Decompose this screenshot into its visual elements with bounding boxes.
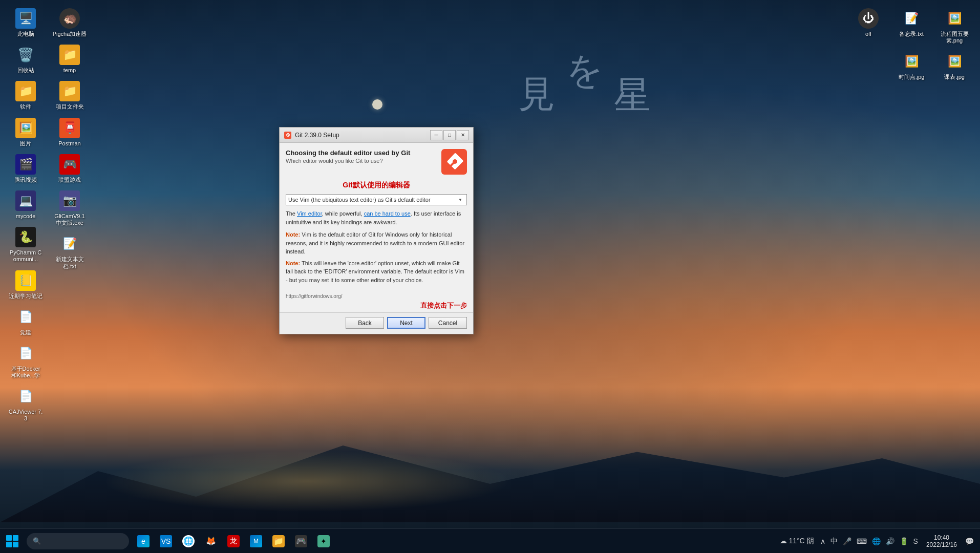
dialog-note-1: Note: Vim is the default editor of Git f… [286,230,467,256]
close-button[interactable]: ✕ [457,130,469,140]
taskbar-icon-edge2[interactable]: M [246,531,266,551]
taskbar-icon-edge[interactable]: e [133,531,154,551]
chevron-up-icon[interactable]: ∧ [818,536,827,546]
dialog-title-text: Git 2.39.0 Setup [295,132,430,139]
svg-rect-1 [441,149,467,175]
git-setup-dialog: Git 2.39.0 Setup ─ □ ✕ Choosing the defa… [279,127,474,334]
app-icon-red[interactable]: S [911,536,920,546]
dialog-overlay: Git 2.39.0 Setup ─ □ ✕ Choosing the defa… [0,0,980,553]
system-tray-icons: ∧ 中 🎤 ⌨ 🌐 🔊 🔋 S [818,536,920,547]
temperature-text: 11°C 阴 [789,537,814,545]
dialog-header-text: Choosing the default editor used by Git … [286,149,441,164]
clock-time: 10:40 [926,534,957,541]
vim-editor-link[interactable]: Vim editor [297,210,322,217]
cancel-button[interactable]: Cancel [429,317,467,329]
dialog-description: The Vim editor, while powerful, can be h… [286,209,467,226]
clock-date: 2022/12/16 [926,541,957,548]
taskbar-icon-vscode[interactable]: VS [156,531,176,551]
taskbar: 🔍 e VS 🌐 🦊 龙 M 📁 [0,528,980,553]
dialog-header-subtitle: Which editor would you like Git to use? [286,158,441,164]
note1-text: Vim is the default editor of Git for Win… [286,231,464,254]
taskbar-icon-game[interactable]: 🎮 [291,531,311,551]
maximize-button[interactable]: □ [443,130,456,140]
titlebar-buttons: ─ □ ✕ [430,130,469,140]
mic-icon[interactable]: 🎤 [841,536,854,546]
start-button[interactable] [0,529,25,554]
volume-icon[interactable]: 🔊 [884,536,897,546]
dropdown-arrow-icon: ▼ [456,195,464,205]
note1-label: Note: [286,231,300,238]
battery-icon[interactable]: 🔋 [898,536,910,546]
weather-text: ☁ [780,537,789,545]
minimize-button[interactable]: ─ [430,130,442,140]
desc-text-1: The [286,210,297,217]
svg-rect-0 [284,132,291,139]
weather-display: ☁ 11°C 阴 [778,536,816,547]
dialog-note-2: Note: This will leave the 'core.editor' … [286,259,467,285]
dialog-titlebar[interactable]: Git 2.39.0 Setup ─ □ ✕ [280,127,473,143]
taskbar-icon-chrome[interactable]: 🌐 [178,531,199,551]
editor-dropdown-text: Use Vim (the ubiquitous text editor) as … [288,197,456,203]
taskbar-clock[interactable]: 10:40 2022/12/16 [922,534,961,548]
git-logo-svg [284,132,291,139]
dialog-header: Choosing the default editor used by Git … [280,143,473,179]
next-button[interactable]: Next [387,317,425,329]
network-icon[interactable]: 🌐 [870,536,883,546]
dialog-footer-link: https://gitforwindows.org/ [280,291,473,301]
taskbar-icon-app2[interactable]: ✦ [313,531,334,551]
note2-label: Note: [286,260,300,266]
hard-to-use-link[interactable]: can be hard to use [364,210,411,217]
git-icon [284,131,292,139]
back-button[interactable]: Back [346,317,384,329]
taskbar-search[interactable]: 🔍 [27,533,129,549]
dialog-header-title: Choosing the default editor used by Git [286,149,441,157]
taskbar-icon-firefox[interactable]: 🦊 [201,531,221,551]
desc-text-2: , while powerful, [322,210,364,217]
taskbar-icon-file-explorer[interactable]: 📁 [268,531,289,551]
dialog-annotation-top: Git默认使用的编辑器 [280,179,473,194]
dialog-body: Use Vim (the ubiquitous text editor) as … [280,194,473,291]
taskbar-pinned-icons: e VS 🌐 🦊 龙 M 📁 🎮 ✦ [133,531,334,551]
desktop: 星を見 🖥️ 此电脑 🗑️ 回收站 📁 软件 🖼️ 图片 🎬 腾讯视频 💻 my… [0,0,980,553]
dialog-annotation-bottom: 直接点击下一步 [280,301,473,310]
search-icon: 🔍 [33,537,41,545]
footer-link-text: https://gitforwindows.org/ [286,293,343,299]
taskbar-icon-app1[interactable]: 龙 [223,531,244,551]
note2-text: This will leave the 'core.editor' option… [286,260,464,283]
dialog-buttons: Back Next Cancel [280,312,473,334]
notification-icon[interactable]: 💬 [963,536,976,546]
git-logo-large [441,149,467,175]
lang-indicator[interactable]: 中 [828,536,840,547]
taskbar-right: ☁ 11°C 阴 ∧ 中 🎤 ⌨ 🌐 🔊 🔋 S 10:40 2022/12/1… [778,534,980,548]
keyboard-icon[interactable]: ⌨ [855,536,869,546]
editor-dropdown[interactable]: Use Vim (the ubiquitous text editor) as … [286,194,467,205]
windows-logo-icon [6,535,18,547]
